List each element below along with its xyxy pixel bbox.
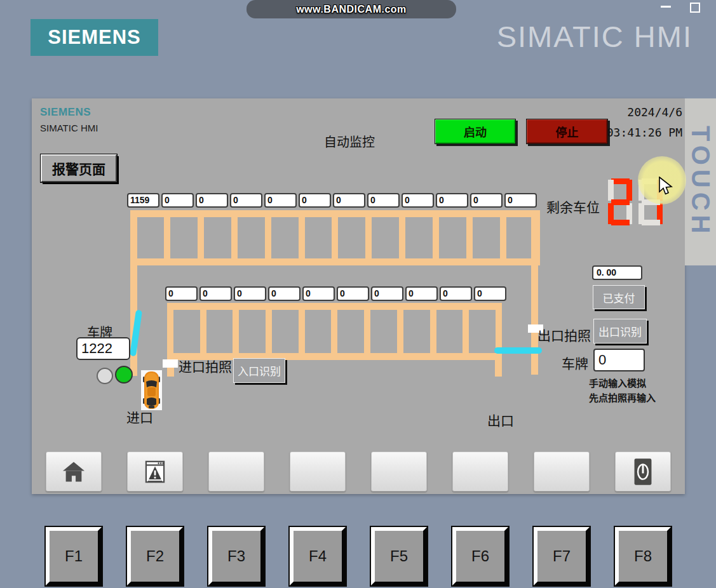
counter-field[interactable]: 0 — [268, 286, 301, 301]
counter-field[interactable]: 0 — [196, 193, 228, 208]
watermark-text: www.BANDICAM.com — [296, 4, 407, 15]
status-lamp-off — [97, 368, 113, 384]
exit-recognition-button[interactable]: 出口识别 — [593, 319, 647, 344]
parking-divider — [365, 217, 372, 258]
function-key-f3[interactable]: F3 — [208, 527, 264, 585]
counter-field[interactable]: 0 — [333, 193, 365, 208]
siemens-logo: SIEMENS — [30, 19, 158, 56]
parking-divider — [167, 310, 173, 353]
paid-button[interactable]: 已支付 — [593, 285, 645, 309]
exit-label: 出口 — [487, 410, 514, 429]
parking-divider — [500, 217, 506, 258]
bandicam-watermark: www.BANDICAM.com — [247, 0, 456, 18]
counter-field[interactable]: 1159 — [127, 193, 159, 208]
parking-divider — [198, 217, 204, 258]
counter-field[interactable]: 0 — [402, 193, 434, 208]
counter-field[interactable]: 0 — [337, 286, 369, 301]
function-key-f6[interactable]: F6 — [452, 527, 508, 585]
parking-divider — [466, 217, 473, 258]
counter-field[interactable]: 0 — [234, 286, 266, 301]
exit-gate-barrier — [494, 347, 542, 354]
counter-field[interactable]: 0 — [440, 286, 472, 301]
counter-field[interactable]: 0 — [302, 286, 335, 301]
entry-recognition-button[interactable]: 入口识别 — [233, 358, 285, 383]
hmi-screen: SIEMENS SIMATIC HMI 自动监控 启动 停止 2024/4/6 … — [32, 98, 685, 494]
car-icon — [141, 370, 162, 410]
page-title: 自动监控 — [324, 132, 375, 150]
parking-divider — [231, 217, 238, 258]
remaining-spots-label: 剩余车位 — [546, 197, 600, 216]
exit-lane-post-inner — [495, 360, 502, 377]
exit-plate-label: 车牌 — [562, 353, 588, 372]
parking-divider — [364, 310, 370, 353]
function-key-f2[interactable]: F2 — [127, 527, 183, 585]
function-key-f8[interactable]: F8 — [615, 527, 671, 585]
parking-divider — [433, 217, 439, 258]
counter-field[interactable]: 0 — [405, 286, 438, 301]
counter-field[interactable]: 0 — [161, 193, 194, 208]
parking-row-lower — [167, 303, 502, 360]
nav-button-blank[interactable] — [452, 451, 508, 491]
exit-plate-input[interactable]: 0 — [593, 349, 645, 371]
desktop: { "watermark": "www.BANDICAM.com", "bran… — [0, 0, 716, 588]
parking-divider — [266, 310, 272, 353]
alarm-icon — [144, 460, 166, 484]
minimize-icon[interactable] — [661, 6, 671, 8]
function-key-f7[interactable]: F7 — [534, 527, 590, 585]
counter-field[interactable]: 0 — [165, 286, 198, 301]
amount-field[interactable]: 0. 00 — [592, 265, 642, 280]
parking-divider — [200, 310, 206, 353]
counter-field[interactable]: 0 — [470, 193, 503, 208]
function-key-f1[interactable]: F1 — [46, 527, 102, 585]
home-icon — [62, 461, 86, 483]
parking-row-upper — [130, 210, 540, 265]
maximize-icon[interactable] — [690, 3, 700, 13]
function-key-f4[interactable]: F4 — [290, 527, 346, 585]
screen-simatic-label: SIMATIC HMI — [40, 123, 98, 133]
parking-divider — [233, 310, 239, 353]
nav-button-blank[interactable] — [534, 451, 590, 491]
counter-field[interactable]: 0 — [299, 193, 331, 208]
photo-first-hint: 先点拍照再输入 — [589, 391, 656, 404]
nav-button-blank[interactable] — [371, 451, 427, 491]
top-counter-row: 115900000000000 — [127, 193, 537, 208]
counter-field[interactable]: 0 — [199, 286, 232, 301]
entrance-camera-sensor — [163, 359, 178, 368]
nav-button-blank[interactable] — [208, 451, 264, 491]
mouse-cursor — [658, 177, 675, 198]
counter-field[interactable]: 0 — [264, 193, 297, 208]
nav-button-alarm[interactable] — [127, 451, 183, 491]
counter-field[interactable]: 0 — [230, 193, 262, 208]
touch-label: TOUCH — [688, 126, 713, 237]
remaining-spots-display — [608, 178, 663, 225]
entry-plate-input[interactable]: 1222 — [76, 337, 130, 360]
nav-bar — [32, 451, 685, 491]
start-button[interactable]: 启动 — [435, 119, 516, 144]
stop-button[interactable]: 停止 — [526, 119, 608, 144]
alarm-page-button[interactable]: 报警页面 — [41, 154, 117, 182]
manual-input-hint: 手动输入模拟 — [589, 376, 646, 389]
parking-divider — [399, 217, 405, 258]
counter-field[interactable]: 0 — [367, 193, 400, 208]
counter-field[interactable]: 0 — [371, 286, 403, 301]
parking-divider — [463, 310, 469, 353]
entrance-label: 进口 — [126, 407, 153, 426]
parking-divider — [331, 310, 337, 353]
parking-divider — [397, 310, 403, 353]
date-display: 2024/4/6 — [627, 105, 682, 119]
simatic-hmi-title: SIMATIC HMI — [497, 19, 692, 54]
nav-button-power[interactable] — [615, 451, 671, 491]
exit-photo-label: 出口拍照 — [537, 325, 591, 344]
parking-divider — [430, 310, 436, 353]
parking-divider — [496, 310, 502, 353]
nav-button-blank[interactable] — [290, 451, 346, 491]
function-key-f5[interactable]: F5 — [371, 527, 427, 585]
parking-divider — [299, 310, 305, 353]
touch-bezel-strip: TOUCH — [685, 98, 716, 265]
counter-field[interactable]: 0 — [436, 193, 468, 208]
time-display: 03:41:26 PM — [607, 126, 682, 139]
nav-button-home[interactable] — [46, 451, 102, 491]
entry-photo-label: 进口拍照 — [179, 356, 232, 375]
counter-field[interactable]: 0 — [474, 286, 506, 301]
counter-field[interactable]: 0 — [504, 193, 537, 208]
